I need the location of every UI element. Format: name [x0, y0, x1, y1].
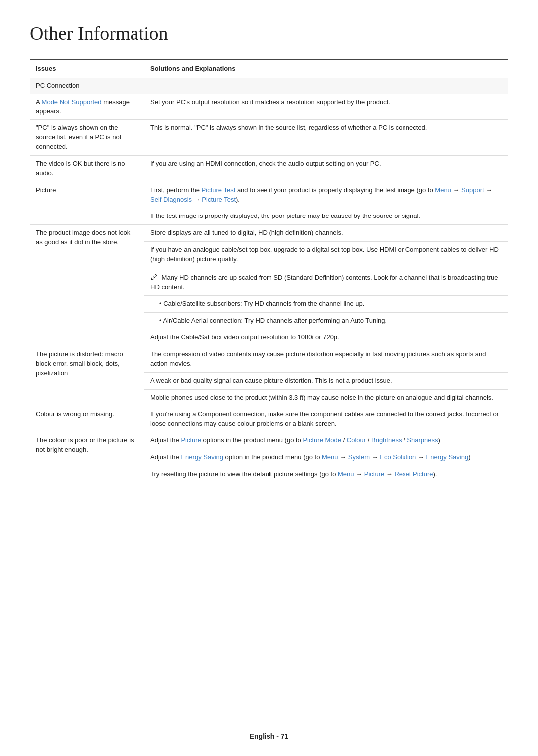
- table-row: The product image does not look as good …: [30, 225, 508, 242]
- solution-cell: Try resetting the picture to view the de…: [144, 466, 508, 483]
- solution-cell: If the test image is properly displayed,…: [144, 208, 508, 225]
- table-row: Picture First, perform the Picture Test …: [30, 182, 508, 208]
- note-icon: 🖊: [150, 273, 158, 281]
- section-header-pc: PC Connection: [30, 78, 508, 94]
- table-row: The colour is poor or the picture is not…: [30, 432, 508, 449]
- col-issues-header: Issues: [30, 60, 144, 78]
- solution-cell: Mobile phones used close to the product …: [144, 389, 508, 406]
- table-row: "PC" is always shown on the source list,…: [30, 120, 508, 156]
- colour-link[interactable]: Colour: [347, 436, 366, 444]
- solution-cell: Adjust the Picture options in the produc…: [144, 432, 508, 449]
- table-row: A Mode Not Supported message appears. Se…: [30, 94, 508, 120]
- energy-saving-link[interactable]: Energy Saving: [181, 453, 223, 461]
- energy-saving-link2[interactable]: Energy Saving: [426, 453, 469, 461]
- bullet-item: • Cable/Satellite subscribers: Try HD ch…: [159, 299, 502, 309]
- reset-picture-link[interactable]: Reset Picture: [394, 470, 433, 478]
- main-table: Issues Solutions and Explanations PC Con…: [30, 59, 508, 483]
- picture-link[interactable]: Picture: [181, 436, 201, 444]
- solution-cell: If you are using an HDMI connection, che…: [144, 156, 508, 182]
- issue-cell: Colour is wrong or missing.: [30, 406, 144, 432]
- solution-cell: • Cable/Satellite subscribers: Try HD ch…: [144, 296, 508, 313]
- solution-cell: • Air/Cable Aerial connection: Try HD ch…: [144, 313, 508, 329]
- picture-test-link2[interactable]: Picture Test: [202, 196, 236, 203]
- picture-mode-link[interactable]: Picture Mode: [303, 436, 341, 444]
- support-link[interactable]: Support: [461, 186, 484, 194]
- menu-link2[interactable]: Menu: [322, 453, 338, 461]
- sharpness-link[interactable]: Sharpness: [407, 436, 438, 444]
- solution-cell: A weak or bad quality signal can cause p…: [144, 372, 508, 389]
- section-header-pc-label: PC Connection: [30, 78, 508, 94]
- footer-text: English - 71: [250, 732, 289, 740]
- solution-cell: First, perform the Picture Test and to s…: [144, 182, 508, 208]
- solution-cell: Store displays are all tuned to digital,…: [144, 225, 508, 242]
- solution-cell: 🖊 Many HD channels are up scaled from SD…: [144, 268, 508, 296]
- system-link[interactable]: System: [348, 453, 370, 461]
- solution-cell: Set your PC's output resolution so it ma…: [144, 94, 508, 120]
- solution-cell: This is normal. "PC" is always shown in …: [144, 120, 508, 156]
- footer: English - 71: [0, 731, 538, 741]
- bullet-item: • Air/Cable Aerial connection: Try HD ch…: [159, 316, 502, 325]
- issue-cell: The colour is poor or the picture is not…: [30, 432, 144, 483]
- issue-cell: The product image does not look as good …: [30, 225, 144, 346]
- issue-cell: The video is OK but there is no audio.: [30, 156, 144, 182]
- issue-cell: A Mode Not Supported message appears.: [30, 94, 144, 120]
- solution-cell: Adjust the Cable/Sat box video output re…: [144, 329, 508, 346]
- picture-test-link[interactable]: Picture Test: [202, 186, 236, 194]
- self-diagnosis-link[interactable]: Self Diagnosis: [150, 196, 192, 203]
- menu-link3[interactable]: Menu: [338, 470, 354, 478]
- table-row: The picture is distorted: macro block er…: [30, 346, 508, 372]
- table-row: Colour is wrong or missing. If you're us…: [30, 406, 508, 432]
- col-solutions-header: Solutions and Explanations: [144, 60, 508, 78]
- eco-solution-link[interactable]: Eco Solution: [380, 453, 416, 461]
- table-row: The video is OK but there is no audio. I…: [30, 156, 508, 182]
- issue-cell: Picture: [30, 182, 144, 225]
- brightness-link[interactable]: Brightness: [371, 436, 402, 444]
- page-container: Other Information Issues Solutions and E…: [0, 0, 538, 756]
- solution-cell: If you're using a Component connection, …: [144, 406, 508, 432]
- solution-cell: Adjust the Energy Saving option in the p…: [144, 449, 508, 466]
- solution-cell: If you have an analogue cable/set top bo…: [144, 242, 508, 268]
- table-header-row: Issues Solutions and Explanations: [30, 60, 508, 78]
- mode-not-supported-link[interactable]: Mode Not Supported: [42, 98, 102, 106]
- page-title: Other Information: [30, 20, 508, 47]
- issue-cell: "PC" is always shown on the source list,…: [30, 120, 144, 156]
- picture-link2[interactable]: Picture: [364, 470, 384, 478]
- issue-cell: The picture is distorted: macro block er…: [30, 346, 144, 406]
- menu-link[interactable]: Menu: [435, 186, 451, 194]
- solution-cell: The compression of video contents may ca…: [144, 346, 508, 372]
